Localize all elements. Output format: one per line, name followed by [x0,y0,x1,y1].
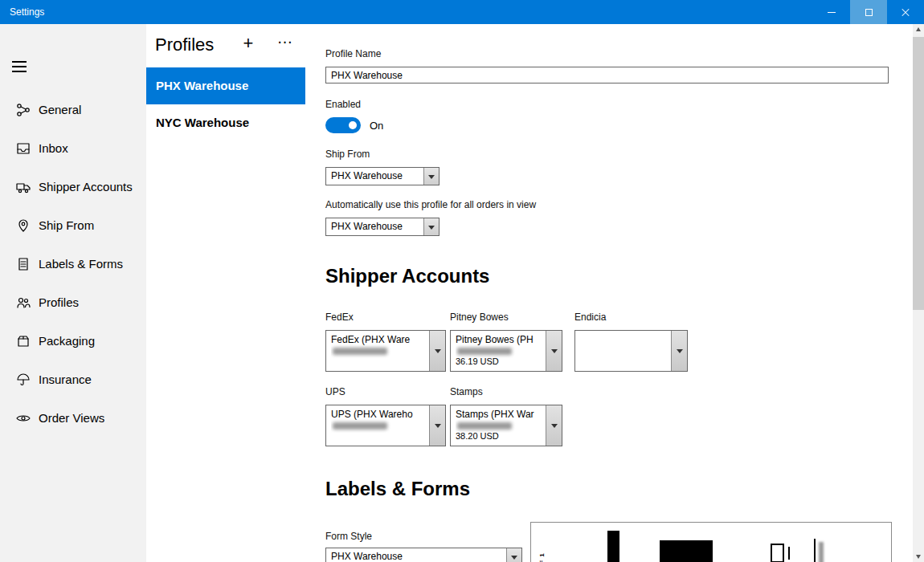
scroll-up-arrow-icon[interactable] [913,24,924,35]
labels-forms-heading: Labels & Forms [325,478,470,500]
ups-label: UPS [325,386,345,397]
ship-from-value: PHX Warehouse [331,168,421,185]
sidebar-item-order-views[interactable]: Order Views [0,399,146,438]
toggle-state-label: On [370,120,383,132]
chevron-down-icon [506,548,521,562]
fedex-label: FedEx [325,312,354,323]
profiles-panel: Profiles + … PHX Warehouse NYC Warehouse [146,24,305,562]
label-preview: 1 OF 1 [530,522,892,562]
pitney-bowes-balance: 36.19 USD [456,356,543,367]
chevron-down-icon [423,218,439,235]
window-controls [813,0,924,24]
window-title: Settings [10,0,44,24]
sidebar-item-profiles[interactable]: Profiles [0,283,146,322]
endicia-select-content [580,334,668,369]
profile-name-label: Profile Name [325,48,381,59]
ship-from-label: Ship From [325,149,370,160]
shipper-accounts-heading: Shipper Accounts [325,265,489,287]
sidebar-item-label: Order Views [39,399,104,438]
main-content: Profile Name Enabled On Ship From PHX Wa… [305,24,913,562]
umbrella-icon [15,372,31,388]
sidebar-item-general[interactable]: General [0,91,146,129]
minimize-icon [828,12,836,13]
toggle-knob [349,121,357,129]
chevron-down-icon [429,331,445,371]
truck-icon [15,179,31,195]
ship-from-select[interactable]: PHX Warehouse [325,167,440,185]
form-style-select[interactable]: PHX Warehouse [325,548,522,562]
titlebar: Settings [0,0,924,24]
ups-select[interactable]: UPS (PHX Wareho [325,405,446,446]
scroll-down-arrow-icon[interactable] [913,551,924,562]
redacted-text [457,348,512,355]
sidebar-item-label: Labels & Forms [39,245,123,283]
more-options-button[interactable]: … [273,29,297,47]
sidebar-item-label: Ship From [39,206,94,245]
sidebar-item-labels-forms[interactable]: Labels & Forms [0,245,146,283]
maximize-icon [865,9,873,16]
profile-name-input[interactable] [325,67,889,83]
add-profile-button[interactable]: + [236,33,260,54]
stamps-balance: 38.20 USD [456,431,543,442]
pitney-bowes-value: Pitney Bowes (PH [456,334,543,345]
sidebar-item-packaging[interactable]: Packaging [0,322,146,360]
profile-item-nyc[interactable]: NYC Warehouse [146,104,305,141]
people-icon [15,295,31,311]
hamburger-menu-icon[interactable] [12,61,27,72]
endicia-select[interactable] [574,330,688,372]
fedex-value: FedEx (PHX Ware [331,334,427,345]
auto-profile-value: PHX Warehouse [331,218,421,235]
sidebar-item-label: Insurance [39,360,92,399]
close-icon [901,7,910,17]
enabled-toggle[interactable] [325,117,361,133]
pitney-bowes-label: Pitney Bowes [450,312,509,323]
eye-icon [15,410,31,426]
scrollbar[interactable] [913,24,924,562]
sidebar-item-shipper-accounts[interactable]: Shipper Accounts [0,168,146,206]
redacted-text [457,422,512,430]
document-icon [15,256,31,272]
pitney-bowes-select-content: Pitney Bowes (PH 36.19 USD [456,334,543,369]
auto-profile-label: Automatically use this profile for all o… [325,199,536,210]
profile-list: PHX Warehouse NYC Warehouse [146,67,305,141]
profile-item-phx[interactable]: PHX Warehouse [146,67,305,104]
minimize-button[interactable] [813,0,850,24]
auto-profile-select[interactable]: PHX Warehouse [325,218,440,236]
stamps-select[interactable]: Stamps (PHX War 38.20 USD [450,405,562,446]
form-style-label: Form Style [325,531,372,542]
sidebar-item-label: Inbox [39,129,68,168]
chevron-down-icon [429,405,445,446]
chevron-down-icon [546,405,562,446]
chevron-down-icon [546,331,562,371]
sidebar-item-insurance[interactable]: Insurance [0,360,146,399]
form-style-value: PHX Warehouse [331,548,504,562]
close-button[interactable] [887,0,924,24]
enabled-label: Enabled [325,99,361,110]
fedex-select[interactable]: FedEx (PHX Ware [325,330,446,372]
chevron-down-icon [671,331,687,371]
sidebar-item-inbox[interactable]: Inbox [0,129,146,168]
location-pin-icon [15,218,31,234]
pitney-bowes-select[interactable]: Pitney Bowes (PH 36.19 USD [450,330,562,372]
scrollbar-thumb[interactable] [913,37,924,310]
endicia-label: Endicia [574,312,606,323]
sidebar-item-label: General [39,91,81,129]
preview-icon-box [771,544,784,562]
stamps-value: Stamps (PHX War [456,409,543,420]
stamps-select-content: Stamps (PHX War 38.20 USD [456,409,543,444]
preview-line [814,539,816,562]
preview-page-text: 1 OF 1 [538,552,546,562]
sidebar-item-label: Packaging [39,322,95,360]
fedex-select-content: FedEx (PHX Ware [331,334,427,369]
inbox-icon [15,140,31,157]
sidebar-item-ship-from[interactable]: Ship From [0,206,146,245]
share-icon [15,102,31,118]
profiles-panel-title: Profiles [155,35,214,55]
redacted-text [333,348,387,355]
sidebar-item-label: Profiles [39,283,79,322]
maximize-button[interactable] [850,0,887,24]
preview-blurred-text [819,542,824,562]
preview-block [660,540,713,562]
ups-select-content: UPS (PHX Wareho [331,409,427,444]
sidebar: General Inbox Shipper Accounts Ship From [0,24,146,562]
